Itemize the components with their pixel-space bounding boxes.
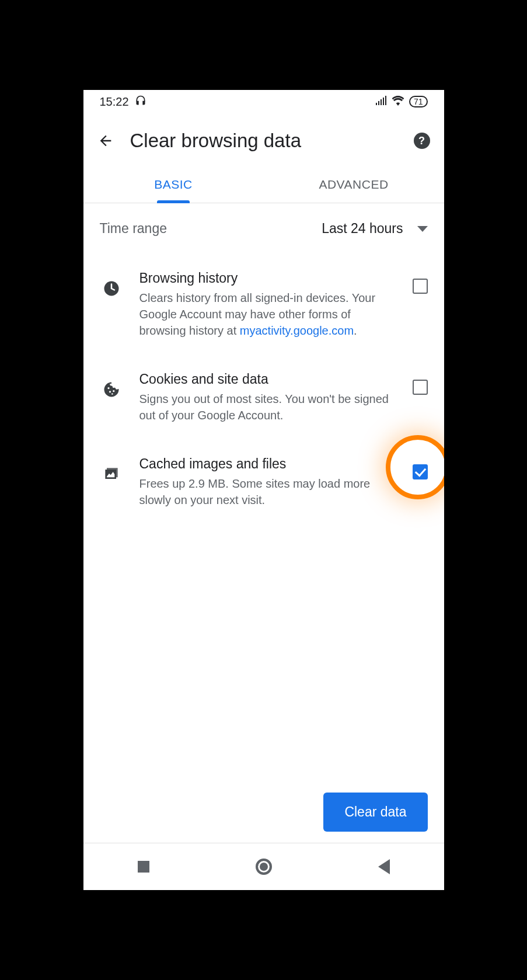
page-title: Clear browsing data (130, 130, 397, 152)
item-title: Cookies and site data (139, 371, 396, 387)
chevron-down-icon (417, 226, 428, 232)
tabs: BASIC ADVANCED (83, 166, 444, 203)
app-bar: Clear browsing data ? (83, 113, 444, 166)
clock-text: 15:22 (100, 95, 129, 109)
svg-point-2 (109, 391, 110, 392)
checkbox-browsing-history[interactable] (413, 279, 428, 294)
checkbox-cookies[interactable] (413, 380, 428, 395)
battery-badge: 71 (409, 96, 428, 107)
signal-icon (375, 95, 387, 109)
item-title: Cached images and files (139, 456, 396, 472)
list-item[interactable]: Browsing history Clears history from all… (83, 254, 444, 355)
home-button[interactable] (255, 858, 273, 875)
content: Time range Last 24 hours Browsing histor… (83, 203, 444, 524)
cookie-icon (100, 380, 123, 399)
myactivity-link[interactable]: myactivity.google.com (240, 324, 354, 337)
clock-icon (100, 279, 123, 298)
nav-bar (83, 843, 444, 890)
tab-advanced[interactable]: ADVANCED (264, 166, 444, 203)
tab-basic[interactable]: BASIC (83, 166, 264, 203)
item-desc: Clears history from all signed-in device… (139, 290, 396, 339)
recents-button[interactable] (135, 858, 152, 875)
item-desc: Frees up 2.9 MB. Some sites may load mor… (139, 475, 396, 508)
wifi-icon (392, 95, 404, 109)
time-range-value: Last 24 hours (322, 221, 403, 237)
svg-point-1 (107, 387, 109, 389)
images-icon (100, 464, 123, 484)
item-desc: Signs you out of most sites. You won't b… (139, 391, 396, 423)
back-button[interactable] (375, 858, 393, 875)
headphones-icon (135, 95, 146, 109)
list-item[interactable]: Cookies and site data Signs you out of m… (83, 355, 444, 440)
back-icon[interactable] (97, 133, 114, 149)
status-bar: 15:22 71 (83, 90, 444, 113)
checkbox-cached-images[interactable] (413, 464, 428, 479)
item-title: Browsing history (139, 270, 396, 286)
svg-point-4 (111, 393, 113, 395)
clear-data-button[interactable]: Clear data (323, 793, 427, 832)
phone-frame: 15:22 71 Clear browsing data ? BASIC ADV… (83, 90, 444, 890)
help-icon[interactable]: ? (414, 133, 430, 149)
list-item[interactable]: Cached images and files Frees up 2.9 MB.… (83, 440, 444, 524)
time-range-label: Time range (100, 221, 167, 237)
svg-point-3 (113, 390, 114, 392)
time-range-selector[interactable]: Time range Last 24 hours (83, 203, 444, 254)
